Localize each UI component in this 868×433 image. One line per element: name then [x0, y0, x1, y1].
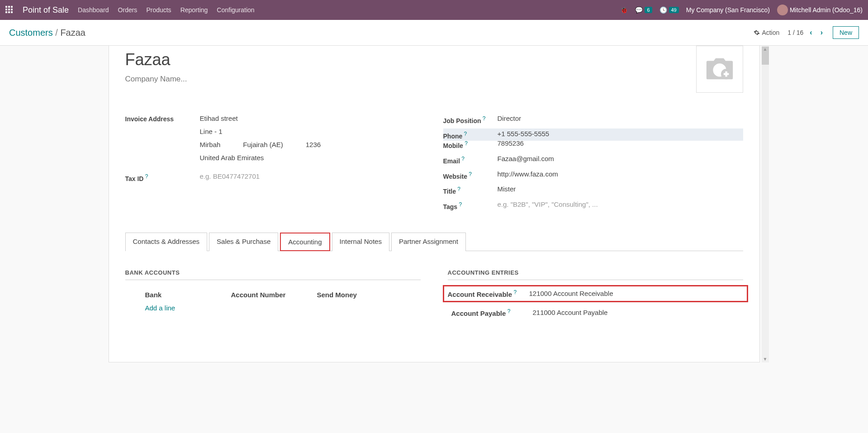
tab-contacts[interactable]: Contacts & Addresses [125, 233, 208, 251]
street2-field[interactable]: Line - 1 [200, 128, 425, 135]
title-label: Title [443, 185, 498, 195]
tab-sales[interactable]: Sales & Purchase [209, 233, 278, 251]
tags-label: Tags [443, 200, 498, 210]
nav-orders[interactable]: Orders [118, 6, 138, 14]
job-field[interactable]: Director [498, 114, 743, 122]
breadcrumb-root[interactable]: Customers [9, 28, 53, 38]
nav-reporting[interactable]: Reporting [180, 6, 208, 14]
clock-icon: 🕓 [659, 6, 667, 14]
scrollbar[interactable]: ▲ ▼ [762, 46, 769, 362]
gear-icon [754, 29, 760, 36]
bank-accounts-section: BANK ACCOUNTS Bank Account Number Send M… [125, 269, 421, 327]
website-field[interactable]: http://www.faza.com [498, 170, 743, 178]
left-column: Invoice Address Etihad street Line - 1 M… [125, 114, 425, 216]
zip-field[interactable]: 1236 [306, 141, 321, 148]
taxid-label: Tax ID [125, 172, 200, 182]
activity-menu[interactable]: 🕓 49 [659, 6, 679, 14]
right-column: Job PositionDirector Phone+1 555-555-555… [443, 114, 743, 216]
messages-badge: 6 [645, 7, 652, 13]
address-label: Invoice Address [125, 114, 200, 123]
nav-products[interactable]: Products [146, 6, 171, 14]
website-label: Website [443, 170, 498, 180]
company-switcher[interactable]: My Company (San Francisco) [686, 6, 770, 14]
bank-col-bank: Bank [145, 291, 231, 299]
bank-col-send: Send Money [317, 291, 357, 299]
state-field[interactable]: Fujairah (AE) [243, 141, 283, 148]
next-icon[interactable]: › [819, 27, 825, 38]
city-field[interactable]: Mirbah [200, 141, 221, 148]
title-field[interactable]: Mister [498, 185, 743, 193]
country-field[interactable]: United Arab Emirates [200, 154, 425, 162]
breadcrumb-current: Fazaa [60, 28, 85, 38]
top-navbar: Point of Sale Dashboard Orders Products … [0, 0, 868, 20]
accounting-entries-section: ACCOUNTING ENTRIES Account Receivable 12… [448, 269, 743, 327]
tab-accounting[interactable]: Accounting [280, 233, 330, 251]
email-label: Email [443, 155, 498, 165]
payable-label: Account Payable [451, 308, 533, 317]
apps-icon[interactable] [5, 6, 14, 14]
receivable-label: Account Receivable [448, 289, 529, 298]
tags-field[interactable]: e.g. "B2B", "VIP", "Consulting", ... [498, 200, 743, 208]
form-sheet: Fazaa Invoice Address Etihad street Line… [109, 46, 760, 362]
pager-count[interactable]: 1 / 16 [787, 29, 803, 36]
messages-menu[interactable]: 💬 6 [635, 6, 652, 14]
accounting-section-title: ACCOUNTING ENTRIES [448, 269, 743, 280]
new-button[interactable]: New [833, 26, 859, 39]
nav-dashboard[interactable]: Dashboard [78, 6, 109, 14]
company-field[interactable] [125, 75, 306, 84]
account-payable-row: Account Payable 211000 Account Payable [448, 306, 743, 319]
bank-col-account: Account Number [231, 291, 317, 299]
action-label: Action [762, 29, 779, 36]
breadcrumb: Customers / Fazaa [9, 28, 85, 38]
tab-partner-assignment[interactable]: Partner Assignment [391, 233, 466, 251]
mobile-field[interactable]: 7895236 [498, 139, 743, 147]
tab-internal-notes[interactable]: Internal Notes [332, 233, 389, 251]
receivable-field[interactable]: 121000 Account Receivable [529, 290, 613, 297]
job-label: Job Position [443, 114, 498, 124]
user-name: Mitchell Admin (Odoo_16) [790, 6, 863, 14]
bank-section-title: BANK ACCOUNTS [125, 269, 421, 280]
nav-configuration[interactable]: Configuration [217, 6, 254, 14]
scroll-up-icon[interactable]: ▲ [762, 46, 769, 52]
camera-icon [704, 55, 735, 84]
user-menu[interactable]: Mitchell Admin (Odoo_16) [777, 5, 863, 15]
prev-icon[interactable]: ‹ [808, 27, 814, 38]
image-upload[interactable] [696, 46, 743, 93]
street-field[interactable]: Etihad street [200, 114, 425, 122]
app-brand[interactable]: Point of Sale [23, 5, 69, 15]
phone-label: Phone [443, 130, 498, 140]
customer-name[interactable]: Fazaa [125, 50, 306, 69]
avatar [777, 5, 788, 15]
email-field[interactable]: Fazaa@gmail.com [498, 155, 743, 162]
bug-icon[interactable]: 🐞 [620, 6, 628, 14]
activity-badge: 49 [669, 7, 679, 13]
action-menu[interactable]: Action [754, 29, 779, 36]
subheader: Customers / Fazaa Action 1 / 16 ‹ › New [0, 20, 868, 46]
scroll-down-icon[interactable]: ▼ [762, 356, 769, 362]
add-bank-line[interactable]: Add a line [125, 304, 421, 312]
breadcrumb-sep: / [55, 28, 60, 38]
payable-field[interactable]: 211000 Account Payable [533, 309, 608, 316]
tabs: Contacts & Addresses Sales & Purchase Ac… [125, 232, 743, 251]
phone-field[interactable]: +1 555-555-5555 [498, 130, 743, 138]
taxid-field[interactable]: e.g. BE0477472701 [200, 172, 425, 180]
account-receivable-row: Account Receivable 121000 Account Receiv… [443, 285, 748, 302]
mobile-label: Mobile [443, 139, 498, 149]
pager: 1 / 16 ‹ › [787, 27, 825, 38]
chat-icon: 💬 [635, 6, 643, 14]
